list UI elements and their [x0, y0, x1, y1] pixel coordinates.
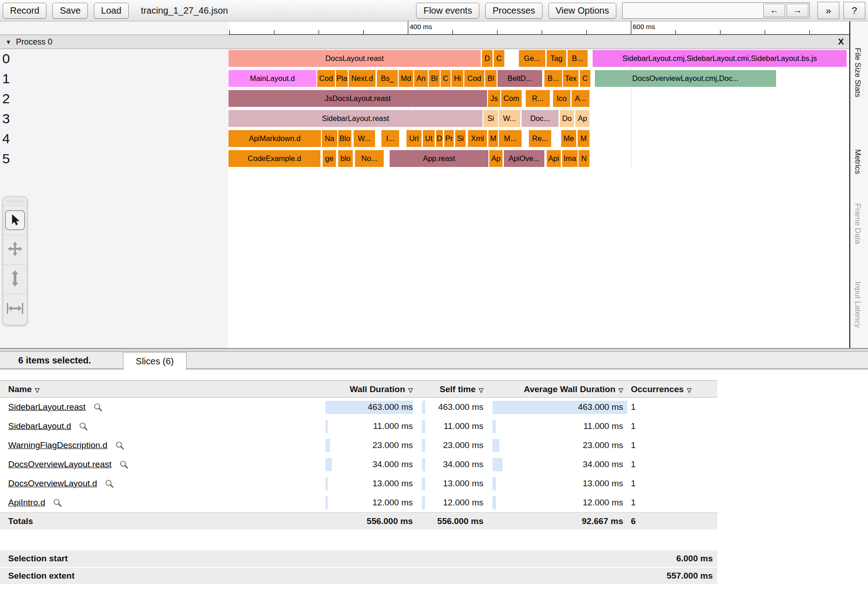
- trace-slice[interactable]: Pr: [444, 130, 454, 147]
- trace-slice[interactable]: Si: [483, 110, 498, 127]
- slice-name-link[interactable]: SidebarLayout.reast: [8, 402, 86, 412]
- slice-name-link[interactable]: DocsOverviewLayout.d: [8, 479, 97, 489]
- trace-slice[interactable]: An: [414, 70, 428, 87]
- trace-slice[interactable]: Re...: [529, 130, 551, 147]
- slice-name-link[interactable]: SidebarLayout.d: [8, 421, 71, 431]
- trace-slice[interactable]: M: [578, 130, 589, 147]
- side-tab-file-size-stats[interactable]: File Size Stats: [853, 48, 862, 97]
- sort-arrow-icon[interactable]: ▽: [408, 387, 413, 393]
- trace-slice[interactable]: Url: [406, 130, 421, 147]
- trace-slice[interactable]: JsDocsLayout.reast: [228, 90, 487, 107]
- trace-slice[interactable]: Bs_: [377, 70, 398, 87]
- trace-slice[interactable]: Md: [399, 70, 413, 87]
- trace-slice[interactable]: Do: [560, 110, 574, 127]
- sort-arrow-icon[interactable]: ▽: [687, 387, 691, 393]
- trace-slice[interactable]: ApiOve...: [504, 150, 544, 167]
- find-next-button[interactable]: →: [787, 4, 808, 17]
- trace-slice[interactable]: Next.d: [349, 70, 376, 87]
- trace-slice[interactable]: Ap: [489, 150, 503, 167]
- trace-slice[interactable]: A...: [572, 90, 589, 107]
- trace-slice[interactable]: No...: [355, 150, 384, 167]
- slice-name-link[interactable]: DocsOverviewLayout.reast: [8, 459, 112, 469]
- trace-slice[interactable]: C: [494, 50, 504, 67]
- trace-slice[interactable]: Bl: [429, 70, 440, 87]
- view-options-button[interactable]: View Options: [548, 3, 616, 19]
- trace-slice[interactable]: C: [441, 70, 451, 87]
- magnifier-icon[interactable]: [115, 441, 125, 450]
- magnifier-icon[interactable]: [93, 403, 103, 412]
- close-process-button[interactable]: X: [838, 37, 844, 47]
- trace-slice[interactable]: Hi: [452, 70, 463, 87]
- trace-slice[interactable]: W...: [499, 110, 520, 127]
- panel-splitter[interactable]: [0, 348, 868, 352]
- column-header-wall-duration[interactable]: Wall Duration▽: [273, 381, 413, 397]
- side-tab-metrics[interactable]: Metrics: [853, 149, 862, 174]
- column-header-occurrences[interactable]: Occurrences▽: [631, 381, 691, 397]
- trace-slice[interactable]: Ima: [562, 150, 578, 167]
- trace-slice[interactable]: DocsLayout.reast: [228, 50, 481, 67]
- magnifier-icon[interactable]: [53, 498, 62, 508]
- trace-slice[interactable]: Pla: [336, 70, 348, 87]
- trace-slice[interactable]: DocsOverviewLayout.cmj,Doc...: [595, 70, 776, 87]
- slice-name-link[interactable]: ApiIntro.d: [8, 498, 45, 508]
- time-ruler[interactable]: 400 ms600 ms: [0, 21, 849, 35]
- trace-slice[interactable]: Doc...: [522, 110, 558, 127]
- trace-slice[interactable]: D: [482, 50, 492, 67]
- sort-arrow-icon[interactable]: ▽: [619, 387, 623, 393]
- trace-slice[interactable]: Tex: [563, 70, 579, 87]
- help-button[interactable]: ?: [843, 2, 865, 19]
- trace-slice[interactable]: Ge...: [519, 50, 545, 67]
- trace-slice[interactable]: Xml: [468, 130, 487, 147]
- trace-slice[interactable]: D: [436, 130, 443, 147]
- trace-slice[interactable]: W...: [354, 130, 375, 147]
- trace-slice[interactable]: B...: [568, 50, 588, 67]
- zoom-mode-button[interactable]: [3, 265, 27, 294]
- trace-slice[interactable]: MainLayout.d: [228, 70, 316, 87]
- column-header-self-time[interactable]: Self time▽: [416, 381, 483, 397]
- trace-slice[interactable]: Na: [322, 130, 337, 147]
- collapse-controls-button[interactable]: »: [817, 2, 839, 19]
- timing-mode-button[interactable]: [3, 294, 27, 324]
- sort-arrow-icon[interactable]: ▽: [35, 387, 40, 393]
- save-button[interactable]: Save: [52, 3, 88, 19]
- trace-slice[interactable]: CodeExample.d: [228, 150, 320, 167]
- trace-slice[interactable]: Ico: [553, 90, 570, 107]
- pan-mode-button[interactable]: [3, 235, 27, 265]
- trace-slice[interactable]: Ut: [423, 130, 435, 147]
- trace-slice[interactable]: Js: [488, 90, 500, 107]
- trace-slice[interactable]: R...: [526, 90, 550, 107]
- trace-slice[interactable]: Api: [547, 150, 561, 167]
- processes-button[interactable]: Processes: [485, 3, 542, 19]
- trace-slice[interactable]: BeltD...: [497, 70, 542, 87]
- trace-slice[interactable]: Tag: [547, 50, 566, 67]
- palette-drag-handle[interactable]: ::::::::::::::::::::::::: [3, 197, 27, 206]
- timeline-tracks[interactable]: 0DocsLayout.reastDCGe...TagB...SidebarLa…: [0, 50, 849, 348]
- trace-slice[interactable]: I...: [381, 130, 399, 147]
- tab-slices[interactable]: Slices (6): [123, 352, 187, 370]
- sort-arrow-icon[interactable]: ▽: [479, 387, 483, 393]
- trace-slice[interactable]: M...: [499, 130, 522, 147]
- collapse-arrow-icon[interactable]: ▼: [5, 39, 11, 45]
- trace-slice[interactable]: ge: [323, 150, 336, 167]
- trace-slice[interactable]: Si: [455, 130, 466, 147]
- column-header-average-wall-duration[interactable]: Average Wall Duration▽: [489, 381, 623, 397]
- trace-slice[interactable]: App.reast: [390, 150, 488, 167]
- magnifier-icon[interactable]: [119, 460, 129, 469]
- trace-slice[interactable]: Cod: [317, 70, 335, 87]
- trace-slice[interactable]: M: [488, 130, 498, 147]
- flow-events-button[interactable]: Flow events: [416, 3, 479, 19]
- trace-slice[interactable]: Ap: [575, 110, 589, 127]
- trace-slice[interactable]: B...: [544, 70, 562, 87]
- slice-name-link[interactable]: WarningFlagDescription.d: [8, 440, 107, 450]
- column-header-name[interactable]: Name▽: [8, 381, 40, 397]
- selection-mode-button[interactable]: [3, 206, 27, 235]
- process-header[interactable]: ▼ Process 0 X: [0, 35, 849, 49]
- load-button[interactable]: Load: [94, 3, 129, 19]
- trace-slice[interactable]: Bl: [485, 70, 497, 87]
- trace-slice[interactable]: Cod: [464, 70, 484, 87]
- trace-slice[interactable]: SidebarLayout.cmj,SidebarLayout.cmi,Side…: [593, 50, 847, 67]
- trace-slice[interactable]: Me: [561, 130, 576, 147]
- record-button[interactable]: Record: [3, 3, 46, 19]
- trace-slice[interactable]: blo: [338, 150, 353, 167]
- magnifier-icon[interactable]: [105, 479, 114, 489]
